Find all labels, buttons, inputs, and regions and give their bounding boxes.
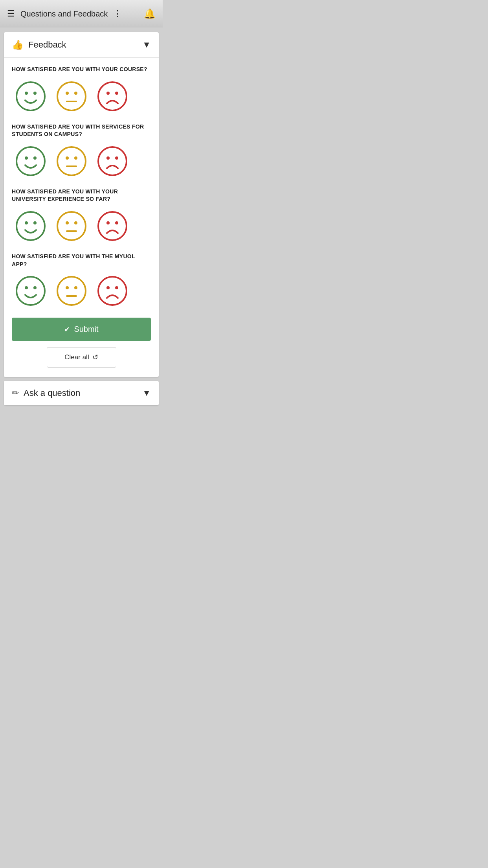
check-icon: ✔	[64, 325, 70, 334]
bell-icon[interactable]: 🔔	[144, 8, 156, 19]
svg-point-10	[17, 147, 45, 175]
svg-point-11	[25, 156, 28, 160]
svg-point-18	[106, 156, 110, 160]
svg-point-28	[106, 221, 110, 224]
hamburger-icon[interactable]: ☰	[7, 9, 15, 18]
q2-sad-button[interactable]	[97, 145, 128, 177]
clear-all-button[interactable]: Clear all ↺	[47, 347, 116, 368]
question-1-text: HOW SATISFIED ARE YOU WITH YOUR COURSE?	[12, 66, 151, 74]
main-content: 👍 Feedback ▼ HOW SATISFIED ARE YOU WITH …	[0, 28, 163, 410]
svg-point-2	[33, 92, 37, 95]
submit-label: Submit	[74, 325, 98, 334]
refresh-icon: ↺	[92, 353, 98, 362]
q4-sad-button[interactable]	[97, 275, 128, 307]
q2-neutral-button[interactable]	[56, 145, 87, 177]
header-left: ☰ Questions and Feedback ⋮	[7, 9, 122, 19]
question-3-emoji-row	[12, 210, 151, 242]
question-4-text: HOW SATISFIED ARE YOU WITH THE MYUOL APP…	[12, 253, 151, 268]
feedback-card: 👍 Feedback ▼ HOW SATISFIED ARE YOU WITH …	[4, 32, 159, 377]
question-3-text: HOW SATISFIED ARE YOU WITH YOUR UNIVERSI…	[12, 188, 151, 203]
svg-point-12	[33, 156, 37, 160]
question-2-section: HOW SATISFIED ARE YOU WITH SERVICES FOR …	[12, 123, 151, 177]
svg-point-24	[66, 221, 69, 224]
q4-happy-button[interactable]	[15, 275, 46, 307]
feedback-card-header[interactable]: 👍 Feedback ▼	[4, 32, 159, 58]
feedback-card-title: Feedback	[28, 40, 66, 50]
svg-point-3	[57, 82, 86, 110]
question-2-emoji-row	[12, 145, 151, 177]
svg-point-34	[66, 286, 69, 289]
q1-sad-button[interactable]	[97, 81, 128, 112]
ask-question-chevron-icon: ▼	[142, 388, 151, 398]
svg-point-27	[98, 212, 127, 240]
q3-happy-button[interactable]	[15, 210, 46, 242]
svg-point-19	[115, 156, 118, 160]
svg-point-20	[17, 212, 45, 240]
q2-happy-button[interactable]	[15, 145, 46, 177]
question-4-section: HOW SATISFIED ARE YOU WITH THE MYUOL APP…	[12, 253, 151, 307]
clear-label: Clear all	[64, 353, 89, 361]
thumbsup-icon: 👍	[12, 39, 24, 50]
question-1-emoji-row	[12, 81, 151, 112]
svg-point-29	[115, 221, 118, 224]
q3-sad-button[interactable]	[97, 210, 128, 242]
question-4-emoji-row	[12, 275, 151, 307]
question-1-section: HOW SATISFIED ARE YOU WITH YOUR COURSE?	[12, 66, 151, 112]
svg-point-5	[74, 92, 77, 95]
svg-point-17	[98, 147, 127, 175]
ask-question-left: ✏ Ask a question	[12, 388, 80, 398]
svg-point-1	[25, 92, 28, 95]
svg-point-22	[33, 221, 37, 224]
ask-question-card[interactable]: ✏ Ask a question ▼	[4, 381, 159, 405]
q4-neutral-button[interactable]	[56, 275, 87, 307]
svg-point-0	[17, 82, 45, 110]
svg-point-37	[98, 277, 127, 305]
svg-point-32	[33, 286, 37, 289]
q1-neutral-button[interactable]	[56, 81, 87, 112]
feedback-card-body: HOW SATISFIED ARE YOU WITH YOUR COURSE?	[4, 58, 159, 377]
feedback-card-header-left: 👍 Feedback	[12, 39, 66, 50]
q1-happy-button[interactable]	[15, 81, 46, 112]
svg-point-21	[25, 221, 28, 224]
svg-point-15	[74, 156, 77, 160]
svg-point-30	[17, 277, 45, 305]
svg-point-4	[66, 92, 69, 95]
submit-button[interactable]: ✔ Submit	[12, 318, 151, 341]
feedback-chevron-icon: ▼	[142, 40, 151, 50]
svg-point-7	[98, 82, 127, 110]
svg-point-31	[25, 286, 28, 289]
more-options-icon[interactable]: ⋮	[113, 9, 122, 19]
svg-point-25	[74, 221, 77, 224]
svg-point-14	[66, 156, 69, 160]
svg-point-13	[57, 147, 86, 175]
pencil-icon: ✏	[12, 388, 19, 398]
app-header: ☰ Questions and Feedback ⋮ 🔔	[0, 0, 163, 28]
q3-neutral-button[interactable]	[56, 210, 87, 242]
svg-point-8	[106, 92, 110, 95]
svg-point-38	[106, 286, 110, 289]
svg-point-9	[115, 92, 118, 95]
svg-point-33	[57, 277, 86, 305]
svg-point-35	[74, 286, 77, 289]
svg-point-39	[115, 286, 118, 289]
svg-point-23	[57, 212, 86, 240]
header-title: Questions and Feedback	[20, 9, 108, 18]
question-2-text: HOW SATISFIED ARE YOU WITH SERVICES FOR …	[12, 123, 151, 138]
question-3-section: HOW SATISFIED ARE YOU WITH YOUR UNIVERSI…	[12, 188, 151, 242]
ask-question-title: Ask a question	[24, 388, 80, 398]
